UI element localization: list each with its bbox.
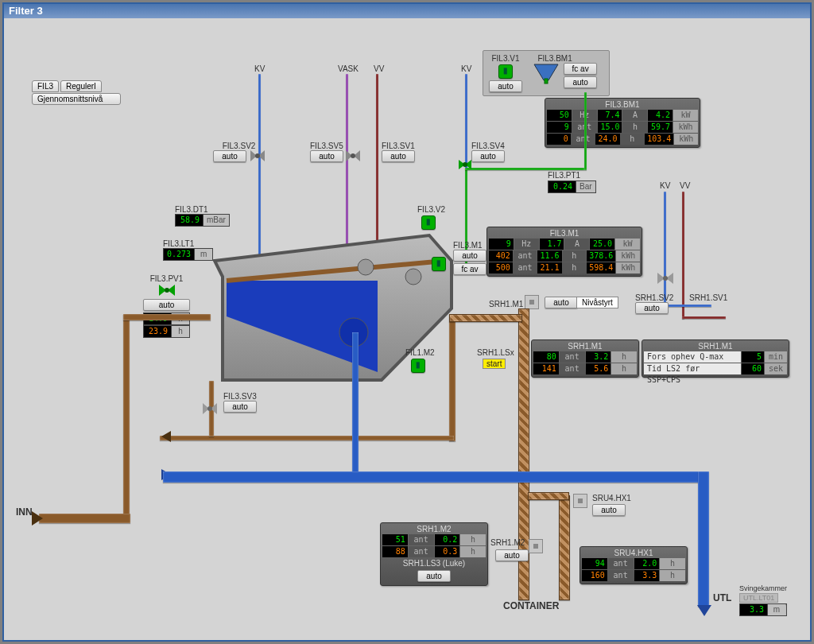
panel-srh1m1-right-hdr: SRH1.M1 [644,342,787,351]
svg-point-14 [358,259,374,275]
label-srh1lsx: SRH1.LSx [477,348,514,357]
label-container: CONTAINER [503,600,559,611]
label-kv2: KV [461,64,471,73]
label-kv1: KV [254,64,265,73]
svg-point-22 [207,406,212,411]
label-sv4: FIL3.SV4 [471,142,505,150]
label-vv: VV [374,64,384,73]
label-v1: FIL3.V1 [486,54,525,63]
label-utl: UTL [713,592,731,603]
label-dt1: FIL3.DT1 [175,205,230,214]
panel-srh2: SRH1.M2 51ant0.2h 88ant0.3h SRH1.LS3 (Lu… [380,522,488,586]
bm1-auto-button[interactable]: auto [564,76,597,88]
label-sv2: FIL3.SV2 [213,142,265,150]
svg-point-7 [351,153,355,158]
arrow-inn [32,511,43,526]
bm1-box: FIL3.V1 FIL3.BM1 ▮ auto fc av auto [483,50,610,96]
label-srh1sv2: SRH1.SV2 [635,293,673,302]
srh1lsx-start: start [483,359,506,369]
sv1-auto-button[interactable]: auto [382,150,415,162]
panel-srh1m1-hdr: SRH1.M1 [533,342,637,351]
panel-sru4: SRU4.HX1 94ant2.0h 160ant3.3h [579,546,688,584]
panel-srh2-hdr: SRH1.M2 [382,525,486,534]
pipe-kv3 [664,192,666,307]
srh1m2-auto-button[interactable]: auto [495,549,529,561]
readout-pv1-b: 23.9h [143,325,190,338]
label-svinge-sub: UTL.LT01 [739,593,778,603]
pipe-vv3 [682,192,684,319]
srh1m1-mode: Nivåstyrt [576,297,618,308]
valve-icon-sv4-green [457,158,473,173]
pipe-vv3-h [682,316,726,319]
label-sv3: FIL3.SV3 [223,392,257,401]
valve-icon-srh1 [656,271,675,285]
valve-icon-pv1 [157,283,176,297]
tab-level[interactable]: Gjennomsnittsnivå [32,93,121,105]
readout-dt1: 58.9mBar [175,214,230,227]
readout-lt1: 0.273m [163,248,213,261]
bm1-fc-button[interactable]: fc av [564,63,597,75]
arrow-brown-left [161,431,171,442]
label-bm1: FIL3.BM1 [531,54,579,63]
panel-srh1m1: SRH1.M1 80ant3.2h 141ant5.6h [531,339,639,378]
label-inn: INN [16,506,33,518]
pv1-auto-button[interactable]: auto [143,299,190,311]
svg-point-19 [663,276,668,281]
panel-m1-hdr: FIL3.M1 [489,229,640,239]
m1-fc-button[interactable]: fc av [453,263,486,275]
svg-point-15 [405,269,421,285]
srh1m1-auto-button[interactable]: auto [545,297,578,308]
m1-auto-button[interactable]: auto [453,250,486,262]
funnel-icon [531,63,561,85]
label-srh1m1: SRH1.M1 [489,300,523,308]
sv3-auto-button[interactable]: auto [223,401,257,413]
panel-srh2-sub: SRH1.LS3 (Luke) [382,559,486,568]
label-v2: FIL3.V2 [417,205,445,214]
srh1m2-led [529,539,543,553]
svg-point-13 [165,288,169,293]
label-vv3: VV [680,181,690,190]
svg-point-4 [255,153,260,158]
label-pt1: FIL3.PT1 [548,171,580,180]
panel-srh1m1-right: SRH1.M1 Fors ophev Q-max begr5min Tid LS… [642,339,789,378]
sru4-led [573,494,587,508]
v1-indicator: ▮ [498,64,513,79]
label-pv1: FIL3.PV1 [143,274,190,283]
arrow-utl [697,605,711,616]
label-sv1: FIL3.SV1 [382,142,415,150]
pipe-green-up [584,92,587,170]
panel-sru4-hdr: SRU4.HX1 [582,549,685,558]
panel-m1: FIL3.M1 9Hz1.7A25.0kW 402ant11.6h378.6kW… [486,227,642,277]
label-srh1sv1: SRH1.SV1 [689,293,727,302]
srh1sv2-auto-button[interactable]: auto [635,302,669,314]
m1-indicator: ▮ [432,257,446,271]
window-title: Filter 3 [4,4,810,18]
label-vask: VASK [338,64,359,73]
sv5-auto-button[interactable]: auto [310,150,343,162]
tab-reguler[interactable]: RegulerI [60,80,102,92]
tab-fil3[interactable]: FIL3 [32,80,59,92]
panel-bm1: FIL3.BM1 50Hz7.4A4.2kW 9ant15.0h59.7kWh … [545,98,700,148]
label-srh1m2: SRH1.M2 [490,538,525,547]
label-sru4: SRU4.HX1 [592,494,631,502]
panel-bm1-hdr: FIL3.BM1 [547,100,698,110]
fil1m2-indicator: ▮ [411,359,425,373]
srh2-auto-button[interactable]: auto [417,570,451,582]
sv4-auto-button[interactable]: auto [471,150,505,162]
label-m1: FIL3.M1 [453,241,486,250]
label-sv5: FIL3.SV5 [310,142,360,150]
srh1m1-led [525,295,539,309]
pipe-green-h [465,168,584,170]
valve-icon-sv3 [201,402,219,416]
label-fil1m2: FIL1.M2 [405,348,435,357]
v2-indicator: ▮ [421,215,436,230]
pipe-hatched-2 [559,495,570,600]
svg-marker-0 [534,64,558,80]
label-lt1: FIL3.LT1 [163,239,213,248]
valve-icon-sv5 [346,150,360,163]
readout-svinge: 3.3m [739,603,787,616]
sv2-auto-button[interactable]: auto [213,150,246,162]
v1-auto-button[interactable]: auto [489,80,522,92]
svg-rect-1 [545,79,548,83]
sru4-auto-button[interactable]: auto [592,504,626,516]
